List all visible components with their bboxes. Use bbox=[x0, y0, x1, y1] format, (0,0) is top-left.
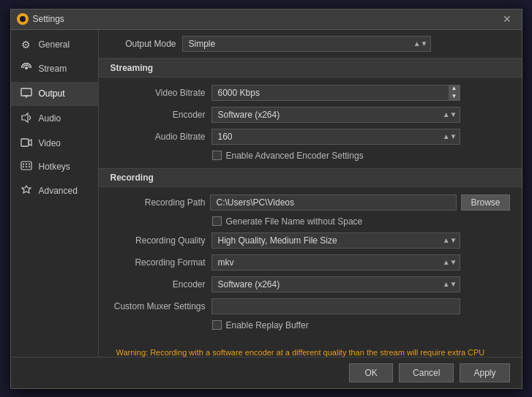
audio-icon bbox=[20, 112, 33, 126]
encoder-select[interactable]: Software (x264) bbox=[211, 107, 460, 123]
titlebar: Settings ✕ bbox=[11, 10, 522, 30]
audio-bitrate-select-wrapper: 160 128 192 320 ▲▼ bbox=[211, 129, 460, 145]
streaming-section-header: Streaming bbox=[99, 58, 522, 77]
output-mode-row: Output Mode Simple Advanced ▲▼ bbox=[99, 30, 522, 58]
sidebar-label-stream: Stream bbox=[39, 64, 67, 74]
audio-bitrate-row: Audio Bitrate 160 128 192 320 ▲▼ bbox=[99, 126, 522, 148]
sidebar-label-output: Output bbox=[39, 88, 65, 99]
output-mode-select-wrapper: Simple Advanced ▲▼ bbox=[182, 36, 431, 52]
recording-section-header: Recording bbox=[99, 168, 522, 187]
advanced-encoder-row: Enable Advanced Encoder Settings bbox=[99, 148, 522, 164]
titlebar-left: Settings bbox=[17, 13, 64, 25]
svg-point-1 bbox=[25, 67, 28, 69]
recording-form: Recording Path Browse Generate File Name… bbox=[99, 187, 522, 338]
recording-format-label: Recording Format bbox=[110, 257, 206, 268]
recording-quality-select-wrapper: High Quality, Medium File Size Indisting… bbox=[211, 232, 460, 249]
sidebar-item-stream[interactable]: Stream bbox=[11, 56, 98, 82]
advanced-icon bbox=[20, 184, 33, 198]
recording-quality-row: Recording Quality High Quality, Medium F… bbox=[99, 230, 522, 252]
output-mode-select[interactable]: Simple Advanced bbox=[182, 36, 431, 52]
svg-marker-7 bbox=[29, 140, 31, 145]
svg-rect-12 bbox=[23, 166, 24, 167]
custom-muxer-row: Custom Muxer Settings bbox=[99, 295, 522, 317]
bottom-bar: OK Cancel Apply bbox=[11, 357, 522, 388]
content-area: ⚙ General Stream bbox=[11, 30, 522, 357]
encoder-row: Encoder Software (x264) ▲▼ bbox=[99, 104, 522, 126]
recording-quality-select[interactable]: High Quality, Medium File Size Indisting… bbox=[211, 232, 460, 249]
recording-format-row: Recording Format mkv mp4 flv ▲▼ bbox=[99, 252, 522, 273]
video-bitrate-down-button[interactable]: ▼ bbox=[449, 93, 460, 101]
rec-encoder-select-wrapper: Software (x264) ▲▼ bbox=[211, 276, 460, 292]
general-icon: ⚙ bbox=[20, 39, 33, 50]
recording-format-select-wrapper: mkv mp4 flv ▲▼ bbox=[211, 254, 460, 271]
sidebar-item-hotkeys[interactable]: Hotkeys bbox=[11, 155, 98, 178]
apply-button[interactable]: Apply bbox=[460, 363, 509, 382]
sidebar-item-audio[interactable]: Audio bbox=[11, 106, 98, 132]
sidebar-item-general[interactable]: ⚙ General bbox=[11, 33, 98, 56]
video-bitrate-input[interactable] bbox=[211, 85, 460, 101]
svg-rect-14 bbox=[29, 166, 30, 167]
generate-filename-checkbox[interactable] bbox=[212, 216, 222, 226]
audio-bitrate-select[interactable]: 160 128 192 320 bbox=[211, 129, 460, 145]
rec-encoder-row: Encoder Software (x264) ▲▼ bbox=[99, 273, 522, 295]
encoder-select-wrapper: Software (x264) ▲▼ bbox=[211, 107, 460, 123]
window-title: Settings bbox=[33, 14, 64, 24]
sidebar-label-advanced: Advanced bbox=[39, 186, 78, 196]
video-bitrate-spinner: ▲ ▼ bbox=[211, 85, 460, 101]
sidebar-label-general: General bbox=[39, 39, 70, 50]
video-bitrate-label: Video Bitrate bbox=[110, 88, 206, 98]
cancel-button[interactable]: Cancel bbox=[399, 363, 454, 382]
advanced-encoder-checkbox[interactable] bbox=[212, 151, 222, 160]
encoder-label: Encoder bbox=[110, 110, 206, 120]
stream-icon bbox=[20, 62, 33, 76]
settings-window: Settings ✕ ⚙ General Stream bbox=[10, 9, 522, 389]
advanced-encoder-label: Enable Advanced Encoder Settings bbox=[226, 151, 364, 161]
warning-box: Warning: Recording with a software encod… bbox=[110, 342, 510, 357]
close-button[interactable]: ✕ bbox=[498, 12, 516, 26]
svg-rect-6 bbox=[21, 139, 29, 146]
video-icon bbox=[20, 137, 33, 149]
rec-encoder-label: Encoder bbox=[110, 279, 206, 290]
replay-buffer-row: Enable Replay Buffer bbox=[99, 317, 522, 333]
svg-point-0 bbox=[20, 16, 26, 22]
rec-encoder-select[interactable]: Software (x264) bbox=[211, 276, 460, 292]
svg-rect-8 bbox=[21, 162, 31, 170]
output-icon bbox=[20, 88, 33, 100]
svg-marker-5 bbox=[22, 113, 28, 122]
sidebar-label-video: Video bbox=[39, 138, 61, 148]
sidebar-item-output[interactable]: Output bbox=[11, 82, 98, 106]
audio-bitrate-label: Audio Bitrate bbox=[110, 132, 206, 142]
svg-rect-11 bbox=[29, 163, 30, 165]
output-mode-label: Output Mode bbox=[110, 39, 176, 49]
video-bitrate-row: Video Bitrate ▲ ▼ bbox=[99, 82, 522, 104]
generate-filename-label: Generate File Name without Space bbox=[226, 216, 363, 227]
svg-rect-13 bbox=[26, 166, 27, 167]
custom-muxer-label: Custom Muxer Settings bbox=[110, 301, 206, 311]
browse-button[interactable]: Browse bbox=[461, 194, 509, 211]
sidebar-label-audio: Audio bbox=[39, 113, 61, 124]
main-content: Output Mode Simple Advanced ▲▼ Streaming… bbox=[99, 30, 522, 357]
recording-quality-label: Recording Quality bbox=[110, 235, 206, 246]
video-bitrate-up-button[interactable]: ▲ bbox=[449, 85, 460, 93]
hotkeys-icon bbox=[20, 161, 33, 173]
replay-buffer-checkbox[interactable] bbox=[212, 320, 222, 330]
app-icon bbox=[17, 13, 29, 25]
recording-path-input[interactable] bbox=[210, 194, 457, 211]
streaming-form: Video Bitrate ▲ ▼ Encoder Software bbox=[99, 77, 522, 168]
recording-path-row: Recording Path Browse bbox=[99, 192, 522, 213]
svg-rect-9 bbox=[23, 163, 24, 165]
spinner-arrows: ▲ ▼ bbox=[449, 85, 460, 101]
svg-rect-2 bbox=[21, 88, 31, 96]
replay-buffer-label: Enable Replay Buffer bbox=[226, 320, 309, 330]
svg-rect-10 bbox=[26, 163, 27, 165]
recording-format-select[interactable]: mkv mp4 flv bbox=[211, 254, 460, 271]
generate-filename-row: Generate File Name without Space bbox=[99, 213, 522, 230]
custom-muxer-input[interactable] bbox=[211, 298, 460, 314]
ok-button[interactable]: OK bbox=[349, 363, 393, 382]
sidebar-item-video[interactable]: Video bbox=[11, 132, 98, 155]
sidebar-item-advanced[interactable]: Advanced bbox=[11, 178, 98, 204]
sidebar: ⚙ General Stream bbox=[11, 30, 99, 357]
sidebar-label-hotkeys: Hotkeys bbox=[39, 162, 70, 172]
recording-path-label: Recording Path bbox=[110, 197, 206, 208]
